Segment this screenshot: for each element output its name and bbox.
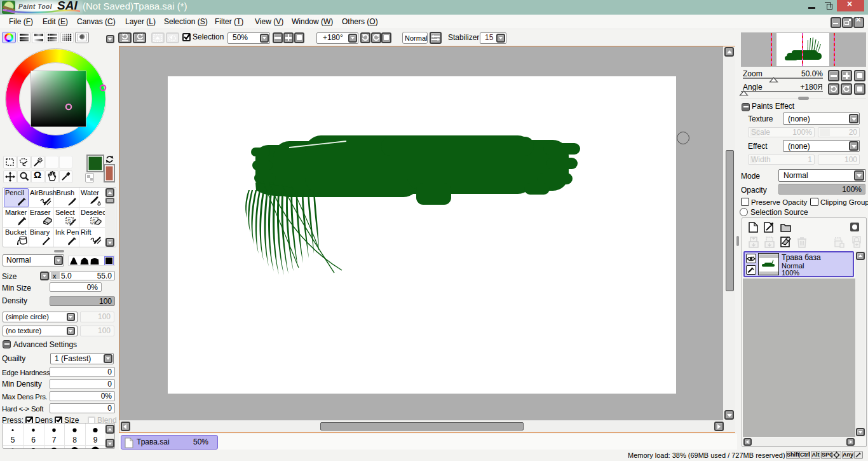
svg-text:6: 6 (31, 436, 36, 444)
svg-text:5: 5 (11, 436, 15, 444)
svg-text:8: 8 (72, 436, 77, 444)
svg-text:S: S (67, 218, 71, 224)
svg-text:9: 9 (93, 436, 98, 444)
svg-text:7: 7 (52, 436, 57, 444)
